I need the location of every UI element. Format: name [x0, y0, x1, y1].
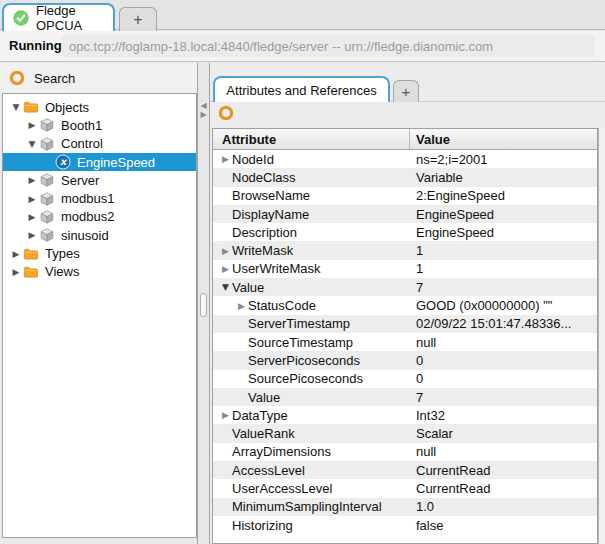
attribute-row-useraccesslevel[interactable]: UserAccessLevelCurrentRead — [213, 479, 597, 497]
expand-arrow-icon[interactable]: ▶ — [219, 410, 232, 420]
attribute-row-sourcepicoseconds[interactable]: SourcePicoseconds0 — [213, 370, 597, 388]
attribute-row-arraydimensions[interactable]: ArrayDimensionsnull — [213, 443, 597, 461]
server-address-field[interactable]: opc.tcp://foglamp-18.local:4840/fledge/s… — [62, 35, 595, 57]
attribute-value: 2:EngineSpeed — [410, 188, 597, 203]
attribute-row-value[interactable]: ▼Value7 — [213, 278, 597, 296]
attribute-name: UserWriteMask — [232, 261, 321, 276]
attribute-row-nodeclass[interactable]: NodeClassVariable — [213, 168, 597, 186]
search-spinner-icon[interactable] — [9, 70, 25, 86]
tab-attributes-and-references[interactable]: Attributes and References — [213, 76, 390, 102]
tree-item-objects[interactable]: ▼Objects — [3, 98, 196, 116]
attribute-name: Description — [232, 225, 297, 240]
attribute-value: CurrentRead — [410, 481, 597, 496]
expand-arrow-icon[interactable]: ▶ — [25, 175, 39, 185]
attribute-row-minimumsamplinginterval[interactable]: MinimumSamplingInterval1.0 — [213, 498, 597, 516]
tree-item-enginespeed[interactable]: xEngineSpeed — [3, 153, 196, 171]
attribute-value: CurrentRead — [410, 463, 597, 478]
cube-icon — [39, 191, 55, 207]
attribute-name: ServerTimestamp — [248, 316, 350, 331]
attribute-row-value[interactable]: Value7 — [213, 388, 597, 406]
connection-status: Running — [9, 38, 62, 53]
tab-fledge-opcua[interactable]: Fledge OPCUA — [2, 3, 115, 31]
expand-arrow-icon[interactable]: ▶ — [25, 194, 39, 204]
address-space-tree: ▼Objects▶Booth1▼ControlxEngineSpeed▶Serv… — [2, 93, 197, 538]
folder-icon — [23, 246, 39, 262]
folder-icon — [23, 99, 39, 115]
tree-item-label: modbus2 — [61, 209, 114, 224]
splitter-collapse-arrows[interactable]: ◀▶ — [198, 101, 209, 119]
expand-arrow-icon[interactable]: ▶ — [219, 246, 232, 256]
attributes-table-header[interactable]: Attribute Value — [213, 129, 597, 150]
column-header-value[interactable]: Value — [410, 129, 597, 149]
tree-item-types[interactable]: ▶Types — [3, 244, 196, 262]
attribute-row-serverpicoseconds[interactable]: ServerPicoseconds0 — [213, 351, 597, 369]
attribute-row-browsename[interactable]: BrowseName2:EngineSpeed — [213, 187, 597, 205]
attribute-value: Variable — [410, 170, 597, 185]
collapse-arrow-icon[interactable]: ▼ — [25, 139, 39, 149]
opcua-client-window: Fledge OPCUA + Running opc.tcp://foglamp… — [0, 0, 605, 544]
tab-label: Fledge OPCUA — [36, 3, 113, 33]
attributes-table: Attribute Value ▶NodeIdns=2;i=2001NodeCl… — [212, 128, 598, 544]
attribute-row-accesslevel[interactable]: AccessLevelCurrentRead — [213, 461, 597, 479]
right-scroll-strip[interactable] — [598, 128, 605, 544]
connection-bar: Running opc.tcp://foglamp-18.local:4840/… — [0, 31, 605, 62]
attribute-name: Value — [232, 280, 264, 295]
attribute-value: EngineSpeed — [410, 207, 597, 222]
attribute-value: 7 — [410, 390, 597, 405]
collapse-arrow-icon[interactable]: ▼ — [219, 282, 232, 292]
attribute-row-sourcetimestamp[interactable]: SourceTimestampnull — [213, 333, 597, 351]
attribute-name: DataType — [232, 408, 288, 423]
attribute-name: StatusCode — [248, 298, 316, 313]
expand-arrow-icon[interactable]: ▶ — [219, 264, 232, 274]
tree-item-modbus1[interactable]: ▶modbus1 — [3, 189, 196, 207]
expand-arrow-icon[interactable]: ▶ — [25, 120, 39, 130]
window-tab-bar: Fledge OPCUA + — [0, 0, 605, 30]
tree-item-control[interactable]: ▼Control — [3, 135, 196, 153]
splitter-grip[interactable] — [200, 293, 207, 317]
attribute-value: 02/09/22 15:01:47.48336... — [410, 316, 597, 331]
attribute-value: null — [410, 335, 597, 350]
expand-arrow-icon[interactable]: ▶ — [25, 212, 39, 222]
attribute-row-displayname[interactable]: DisplayNameEngineSpeed — [213, 205, 597, 223]
cube-icon — [39, 136, 55, 152]
attribute-value: EngineSpeed — [410, 225, 597, 240]
attribute-name: WriteMask — [232, 243, 293, 258]
attribute-row-description[interactable]: DescriptionEngineSpeed — [213, 223, 597, 241]
attribute-name: BrowseName — [232, 188, 310, 203]
tree-item-views[interactable]: ▶Views — [3, 263, 196, 281]
attribute-row-writemask[interactable]: ▶WriteMask1 — [213, 241, 597, 259]
tree-item-booth1[interactable]: ▶Booth1 — [3, 116, 196, 134]
expand-arrow-icon[interactable]: ▶ — [219, 154, 232, 164]
attribute-row-valuerank[interactable]: ValueRankScalar — [213, 424, 597, 442]
attribute-name: NodeClass — [232, 170, 296, 185]
attribute-row-statuscode[interactable]: ▶StatusCodeGOOD (0x00000000) "" — [213, 296, 597, 314]
expand-arrow-icon[interactable]: ▶ — [9, 267, 23, 277]
attribute-value: ns=2;i=2001 — [410, 152, 597, 167]
attribute-name: ValueRank — [232, 426, 295, 441]
tree-item-server[interactable]: ▶Server — [3, 171, 196, 189]
attribute-row-nodeid[interactable]: ▶NodeIdns=2;i=2001 — [213, 150, 597, 168]
expand-arrow-icon[interactable]: ▶ — [25, 230, 39, 240]
expand-arrow-icon[interactable]: ▶ — [9, 249, 23, 259]
tree-item-modbus2[interactable]: ▶modbus2 — [3, 208, 196, 226]
attribute-value: 0 — [410, 371, 597, 386]
refresh-attributes-icon[interactable] — [218, 105, 234, 121]
attribute-row-historizing[interactable]: Historizingfalse — [213, 516, 597, 534]
column-header-attribute[interactable]: Attribute — [213, 129, 410, 149]
attribute-row-userwritemask[interactable]: ▶UserWriteMask1 — [213, 260, 597, 278]
tree-item-sinusoid[interactable]: ▶sinusoid — [3, 226, 196, 244]
attribute-name: Value — [248, 390, 280, 405]
expand-arrow-icon[interactable]: ▶ — [235, 301, 248, 311]
new-view-tab-button[interactable]: + — [393, 80, 419, 102]
tree-item-label: Control — [61, 136, 103, 151]
attribute-value: 7 — [410, 280, 597, 295]
tree-item-label: Types — [45, 246, 80, 261]
tree-item-label: Views — [45, 264, 79, 279]
attribute-value: false — [410, 518, 597, 533]
attribute-row-datatype[interactable]: ▶DataTypeInt32 — [213, 406, 597, 424]
new-connection-tab-button[interactable]: + — [119, 7, 157, 31]
cube-icon — [39, 117, 55, 133]
panel-splitter[interactable]: ◀▶ — [197, 63, 210, 544]
collapse-arrow-icon[interactable]: ▼ — [9, 102, 23, 112]
attribute-row-servertimestamp[interactable]: ServerTimestamp02/09/22 15:01:47.48336..… — [213, 315, 597, 333]
